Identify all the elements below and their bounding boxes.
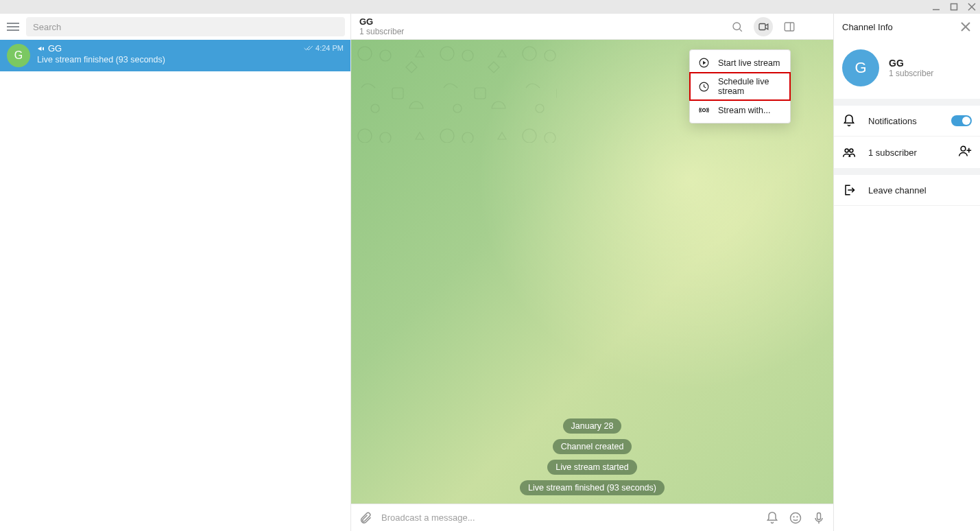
notifications-label: Notifications bbox=[868, 116, 939, 126]
window-titlebar bbox=[0, 0, 980, 14]
message-input[interactable] bbox=[381, 512, 756, 523]
info-panel-close-button[interactable] bbox=[959, 21, 972, 33]
dropdown-item-label: Start live stream bbox=[718, 58, 780, 68]
menu-button[interactable] bbox=[5, 19, 21, 34]
dropdown-item-label: Schedule live stream bbox=[718, 77, 782, 96]
svg-point-19 bbox=[791, 512, 801, 523]
svg-point-14 bbox=[815, 29, 817, 31]
chat-subtitle: 1 subscriber bbox=[359, 27, 728, 36]
svg-point-21 bbox=[797, 516, 798, 517]
svg-point-31 bbox=[850, 149, 853, 152]
emoji-button[interactable] bbox=[788, 510, 803, 526]
dropdown-item-stream-with[interactable]: Stream with... bbox=[690, 100, 790, 120]
notification-button[interactable] bbox=[765, 510, 780, 526]
window-minimize-button[interactable] bbox=[932, 3, 940, 11]
bell-icon bbox=[842, 114, 856, 128]
svg-rect-22 bbox=[817, 512, 821, 519]
dropdown-item-start-stream[interactable]: Start live stream bbox=[690, 53, 790, 73]
subscribers-row[interactable]: 1 subscriber bbox=[834, 137, 980, 175]
window-maximize-button[interactable] bbox=[950, 3, 958, 11]
composer bbox=[351, 504, 833, 531]
chat-list-item[interactable]: G GG Live stream finished (93 seconds) 4… bbox=[0, 40, 350, 71]
chat-title: GG bbox=[359, 17, 728, 27]
svg-point-7 bbox=[733, 23, 741, 30]
side-panel-toggle-button[interactable] bbox=[780, 17, 799, 36]
svg-marker-25 bbox=[703, 61, 706, 65]
megaphone-icon bbox=[37, 45, 45, 53]
chat-panel: GG 1 subscriber bbox=[351, 14, 833, 531]
leave-channel-label: Leave channel bbox=[868, 185, 972, 196]
svg-rect-1 bbox=[951, 4, 957, 10]
sidebar: G GG Live stream finished (93 seconds) 4… bbox=[0, 14, 351, 531]
attach-button[interactable] bbox=[358, 510, 373, 526]
search-in-chat-button[interactable] bbox=[728, 17, 747, 36]
leave-channel-row[interactable]: Leave channel bbox=[834, 175, 980, 206]
search-input[interactable] bbox=[33, 22, 338, 32]
svg-point-30 bbox=[845, 149, 848, 152]
service-message: Live stream started bbox=[547, 460, 636, 475]
voice-button[interactable] bbox=[811, 510, 826, 526]
read-checks-icon bbox=[304, 45, 313, 51]
service-message: Live stream finished (93 seconds) bbox=[520, 480, 665, 495]
chat-preview: Live stream finished (93 seconds) bbox=[37, 55, 344, 64]
people-icon bbox=[842, 145, 856, 159]
svg-point-32 bbox=[961, 146, 966, 151]
dropdown-item-schedule-stream[interactable]: Schedule live stream bbox=[690, 73, 790, 100]
more-options-button[interactable] bbox=[806, 17, 825, 36]
add-subscriber-button[interactable] bbox=[958, 145, 972, 160]
service-message: Channel created bbox=[553, 439, 632, 454]
live-stream-button[interactable] bbox=[754, 17, 773, 36]
notifications-toggle[interactable] bbox=[951, 115, 972, 126]
svg-point-12 bbox=[815, 22, 817, 24]
info-panel: Channel Info G GG 1 subscriber Notificat… bbox=[833, 14, 980, 531]
svg-point-20 bbox=[793, 516, 794, 517]
svg-point-27 bbox=[702, 108, 705, 111]
svg-rect-9 bbox=[759, 23, 765, 30]
notifications-row[interactable]: Notifications bbox=[834, 106, 980, 137]
svg-rect-10 bbox=[785, 23, 794, 31]
chat-name: GG bbox=[48, 44, 62, 54]
chat-avatar: G bbox=[7, 44, 30, 67]
chat-header-titles[interactable]: GG 1 subscriber bbox=[359, 17, 728, 36]
date-pill: January 28 bbox=[563, 418, 622, 434]
channel-name: GG bbox=[889, 58, 933, 69]
svg-line-8 bbox=[739, 29, 741, 31]
leave-icon bbox=[842, 183, 856, 197]
channel-subtitle: 1 subscriber bbox=[889, 69, 933, 78]
window-close-button[interactable] bbox=[968, 3, 976, 11]
info-panel-title: Channel Info bbox=[842, 22, 893, 32]
svg-rect-18 bbox=[351, 40, 557, 143]
svg-point-13 bbox=[815, 25, 817, 27]
chat-time: 4:24 PM bbox=[315, 44, 344, 52]
chat-header: GG 1 subscriber bbox=[351, 14, 833, 40]
search-field-wrap[interactable] bbox=[26, 17, 345, 36]
live-stream-dropdown: Start live stream Schedule live stream S… bbox=[689, 49, 791, 123]
channel-profile: G GG 1 subscriber bbox=[834, 40, 980, 106]
channel-avatar[interactable]: G bbox=[842, 49, 879, 86]
dropdown-item-label: Stream with... bbox=[718, 106, 770, 115]
subscribers-label: 1 subscriber bbox=[868, 148, 946, 158]
chat-pattern bbox=[351, 40, 557, 143]
